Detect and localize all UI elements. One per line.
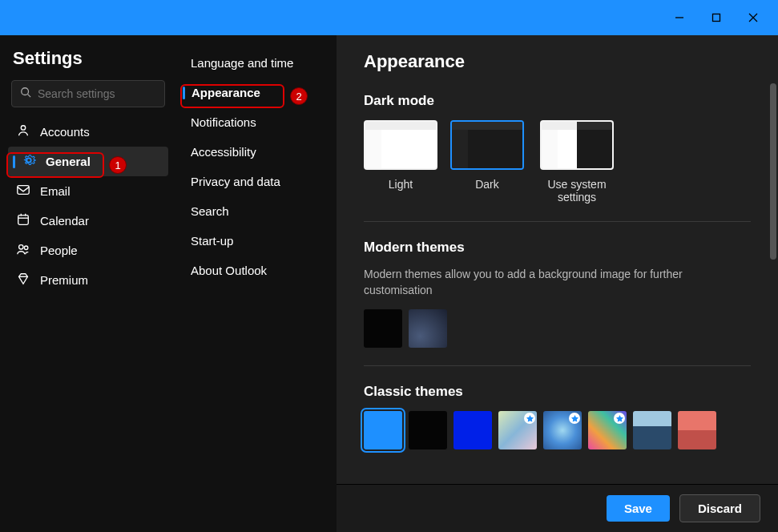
people-icon <box>16 242 30 259</box>
search-icon <box>20 87 31 101</box>
subnav-label: Notifications <box>191 115 256 129</box>
minimize-button[interactable] <box>661 0 698 35</box>
svg-point-6 <box>21 126 25 130</box>
sidebar-item-label: General <box>46 155 91 168</box>
theme-swatch[interactable] <box>543 411 582 449</box>
divider <box>364 365 751 366</box>
sidebar-item-label: Premium <box>40 273 88 287</box>
subnav-label: Appearance <box>191 86 260 99</box>
search-input[interactable] <box>38 87 156 100</box>
mode-label: Light <box>389 178 413 191</box>
theme-swatch[interactable] <box>409 309 447 348</box>
content-pane: Appearance Dark mode Light Dark Use syst… <box>337 35 778 532</box>
subnav-item-privacy[interactable]: Privacy and data <box>179 167 333 196</box>
gear-icon <box>22 153 36 170</box>
sidebar-item-people[interactable]: People <box>8 236 168 265</box>
active-indicator <box>13 155 15 168</box>
search-input-wrapper[interactable] <box>11 80 165 107</box>
premium-star-icon <box>569 413 580 424</box>
subnav-item-notifications[interactable]: Notifications <box>179 107 333 137</box>
sidebar-item-email[interactable]: Email <box>8 176 168 206</box>
theme-swatch[interactable] <box>364 309 402 348</box>
sidebar-item-label: People <box>40 244 78 257</box>
sidebar-item-accounts[interactable]: Accounts <box>8 117 168 147</box>
discard-button[interactable]: Discard <box>679 494 760 522</box>
person-icon <box>16 123 30 140</box>
active-indicator <box>183 87 185 99</box>
subnav-label: Accessibility <box>191 145 256 159</box>
page-title: Appearance <box>364 51 751 72</box>
section-heading: Modern themes <box>364 240 751 256</box>
mail-icon <box>16 183 30 200</box>
sidebar-item-label: Calendar <box>40 214 89 228</box>
scrollbar-track[interactable] <box>767 35 778 484</box>
sidebar-item-premium[interactable]: Premium <box>8 265 168 295</box>
sidebar-secondary: Language and time Appearance Notificatio… <box>176 35 337 532</box>
divider <box>364 221 751 222</box>
subnav-label: Start-up <box>191 234 233 248</box>
mode-option-dark[interactable]: Dark <box>450 120 524 204</box>
mode-label: Dark <box>475 178 499 191</box>
premium-star-icon <box>524 413 535 424</box>
dark-mode-section: Dark mode Light Dark Use system settings <box>364 93 751 204</box>
svg-point-13 <box>24 246 27 250</box>
svg-rect-8 <box>18 216 29 225</box>
subnav-item-about[interactable]: About Outlook <box>179 256 333 285</box>
subnav-label: Language and time <box>191 56 293 70</box>
sidebar-primary: Settings Accounts General Email Calendar… <box>0 35 176 532</box>
settings-title: Settings <box>13 48 163 69</box>
sidebar-item-calendar[interactable]: Calendar <box>8 206 168 236</box>
theme-swatch[interactable] <box>588 411 627 449</box>
dialog-footer: Save Discard <box>337 484 778 532</box>
theme-swatch[interactable] <box>678 411 716 449</box>
subnav-label: Privacy and data <box>191 175 280 188</box>
premium-star-icon <box>614 413 625 424</box>
theme-swatch[interactable] <box>409 411 447 449</box>
svg-rect-7 <box>18 186 29 195</box>
svg-point-12 <box>19 245 23 249</box>
subnav-label: Search <box>191 204 229 218</box>
subnav-item-appearance[interactable]: Appearance <box>179 78 333 107</box>
theme-swatch[interactable] <box>364 411 402 449</box>
save-button[interactable]: Save <box>607 495 670 522</box>
mode-label: Use system settings <box>537 178 617 204</box>
maximize-button[interactable] <box>698 0 735 35</box>
section-description: Modern themes allow you to add a backgro… <box>364 267 751 298</box>
sidebar-item-label: Email <box>40 184 71 198</box>
close-button[interactable] <box>735 0 772 35</box>
modern-themes-section: Modern themes Modern themes allow you to… <box>364 240 751 348</box>
classic-themes-section: Classic themes <box>364 384 751 449</box>
sidebar-item-label: Accounts <box>40 125 90 139</box>
subnav-label: About Outlook <box>191 264 267 277</box>
sidebar-item-general[interactable]: General <box>8 147 168 176</box>
subnav-item-accessibility[interactable]: Accessibility <box>179 137 333 167</box>
mode-option-system[interactable]: Use system settings <box>537 120 617 204</box>
section-heading: Classic themes <box>364 384 751 400</box>
svg-line-5 <box>28 95 31 98</box>
svg-rect-1 <box>713 14 720 22</box>
subnav-item-search[interactable]: Search <box>179 196 333 226</box>
section-heading: Dark mode <box>364 93 751 109</box>
theme-swatch[interactable] <box>633 411 671 449</box>
scrollbar-thumb[interactable] <box>770 83 776 260</box>
mode-option-light[interactable]: Light <box>364 120 437 204</box>
theme-swatch[interactable] <box>498 411 537 449</box>
diamond-icon <box>16 272 30 288</box>
subnav-item-startup[interactable]: Start-up <box>179 226 333 256</box>
subnav-item-language[interactable]: Language and time <box>179 48 333 78</box>
theme-swatch[interactable] <box>453 411 492 449</box>
calendar-icon <box>16 212 30 229</box>
svg-point-4 <box>22 88 29 95</box>
titlebar <box>0 0 778 35</box>
